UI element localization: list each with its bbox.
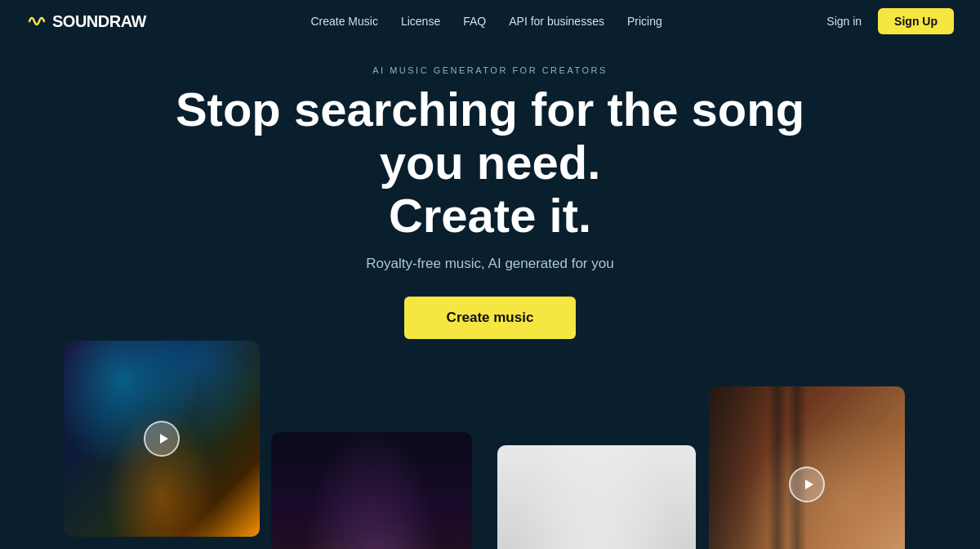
create-music-button[interactable]: Create music (404, 297, 577, 339)
nav-pricing[interactable]: Pricing (627, 15, 662, 28)
logo-text: SOUNDRAW (52, 12, 146, 31)
svg-marker-4 (805, 480, 813, 489)
sign-in-link[interactable]: Sign in (826, 15, 862, 28)
nav-license[interactable]: License (401, 15, 440, 28)
hero-title: Stop searching for the song you need. Cr… (147, 83, 833, 243)
navbar: SOUNDRAW Create Music License FAQ API fo… (0, 0, 980, 42)
thumb-piano-overlay (709, 386, 905, 549)
nav-faq[interactable]: FAQ (463, 15, 486, 28)
hero-subtitle: Royalty-free music, AI generated for you (366, 256, 613, 272)
hero-title-line1: Stop searching for the song you need. (176, 83, 804, 189)
thumb-concert[interactable] (64, 341, 260, 537)
hero-section: AI MUSIC GENERATOR FOR CREATORS Stop sea… (0, 42, 980, 357)
nav-right: Sign in Sign Up (826, 8, 954, 34)
nav-create-music[interactable]: Create Music (310, 15, 377, 28)
thumb-piano[interactable] (709, 386, 905, 549)
thumb-disco[interactable] (271, 432, 472, 549)
logo[interactable]: SOUNDRAW (26, 10, 146, 33)
thumb-dancer[interactable] (497, 445, 696, 549)
thumb-concert-overlay (64, 341, 260, 537)
svg-marker-0 (160, 434, 168, 444)
thumb-dancer-overlay (497, 445, 696, 549)
thumb-disco-overlay (271, 432, 472, 549)
hero-tag: AI MUSIC GENERATOR FOR CREATORS (372, 65, 608, 75)
nav-links: Create Music License FAQ API for busines… (310, 15, 662, 28)
nav-api[interactable]: API for businesses (509, 15, 604, 28)
play-concert[interactable] (144, 421, 180, 457)
media-grid: Hi, I'm Neo. Need any help? ✕ (0, 341, 980, 549)
hero-title-line2: Create it. (389, 189, 591, 242)
play-piano[interactable] (789, 466, 825, 502)
sign-up-button[interactable]: Sign Up (878, 8, 954, 34)
